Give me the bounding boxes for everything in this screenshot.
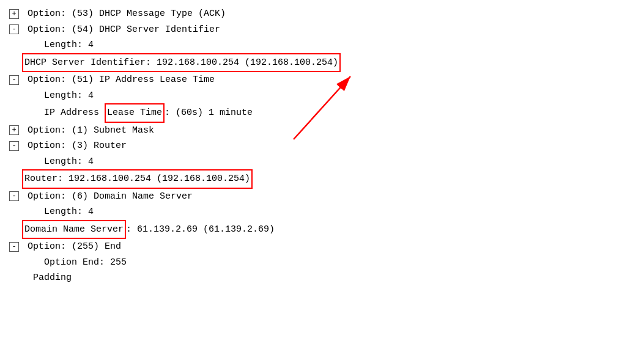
tree-line: Domain Name Server: 61.139.2.69 (61.139.… <box>9 220 635 240</box>
collapse-icon[interactable]: - <box>9 24 19 34</box>
highlighted-text: Domain Name Server <box>22 220 126 240</box>
highlighted-text: DHCP Server Identifier: 192.168.100.254 … <box>22 53 341 73</box>
tree-line: - Option: (54) DHCP Server Identifier <box>9 22 635 38</box>
tree-line: Length: 4 <box>9 88 635 104</box>
tree-line: - Option: (51) IP Address Lease Time <box>9 72 635 88</box>
collapse-icon[interactable]: - <box>9 242 19 252</box>
tree-line: IP Address Lease Time: (60s) 1 minute <box>9 103 635 123</box>
tree-line: Router: 192.168.100.254 (192.168.100.254… <box>9 169 635 189</box>
tree-line: - Option: (6) Domain Name Server <box>9 189 635 205</box>
collapse-icon[interactable]: - <box>9 191 19 201</box>
collapse-icon[interactable]: - <box>9 141 19 151</box>
tree-line: + Option: (1) Subnet Mask <box>9 123 635 139</box>
packet-tree: + Option: (53) DHCP Message Type (ACK)- … <box>9 6 635 286</box>
tree-line: - Option: (255) End <box>9 239 635 255</box>
tree-line: - Option: (3) Router <box>9 138 635 154</box>
collapse-icon[interactable]: - <box>9 75 19 85</box>
expand-icon[interactable]: + <box>9 9 19 19</box>
tree-line: DHCP Server Identifier: 192.168.100.254 … <box>9 53 635 73</box>
highlighted-text: Router: 192.168.100.254 (192.168.100.254… <box>22 169 253 189</box>
tree-line: Padding <box>9 270 635 286</box>
tree-line: + Option: (53) DHCP Message Type (ACK) <box>9 6 635 22</box>
tree-line: Option End: 255 <box>9 255 635 271</box>
tree-line: Length: 4 <box>9 204 635 220</box>
tree-line: Length: 4 <box>9 37 635 53</box>
expand-icon[interactable]: + <box>9 125 19 135</box>
tree-line: Length: 4 <box>9 154 635 170</box>
highlighted-text: Lease Time <box>105 103 165 123</box>
